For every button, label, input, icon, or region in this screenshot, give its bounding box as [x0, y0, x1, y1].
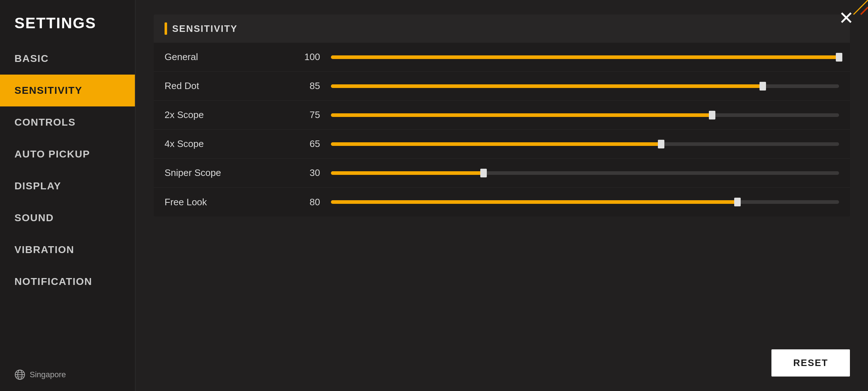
slider-track-reddot[interactable] — [331, 84, 839, 88]
sidebar-item-auto-pickup[interactable]: AUTO PICKUP — [0, 138, 135, 170]
slider-fill-general — [331, 55, 839, 59]
sidebar-item-notification[interactable]: NOTIFICATION — [0, 266, 135, 298]
slider-row-general: General 100 — [154, 43, 850, 72]
slider-track-2xscope[interactable] — [331, 113, 839, 117]
settings-title: SETTINGS — [0, 0, 135, 43]
globe-icon — [14, 369, 25, 380]
section-accent — [165, 22, 167, 35]
slider-value-freelook: 80 — [291, 197, 320, 208]
sidebar-item-vibration[interactable]: VIBRATION — [0, 234, 135, 266]
section-header: SENSITIVITY — [154, 14, 850, 43]
slider-fill-sniper — [331, 171, 484, 175]
sidebar-item-sensitivity[interactable]: SENSITIVITY — [0, 75, 135, 106]
slider-row-sniper: Sniper Scope 30 — [154, 159, 850, 188]
slider-track-general[interactable] — [331, 55, 839, 59]
slider-label-freelook: Free Look — [165, 197, 291, 208]
slider-label-4xscope: 4x Scope — [165, 138, 291, 150]
slider-fill-freelook — [331, 200, 737, 204]
slider-value-general: 100 — [291, 51, 320, 63]
slider-row-4xscope: 4x Scope 65 — [154, 130, 850, 159]
slider-row-2xscope: 2x Scope 75 — [154, 101, 850, 130]
slider-thumb-general[interactable] — [836, 53, 842, 62]
main-content: ✕ SENSITIVITY General 100 Red Dot 85 — [136, 0, 868, 391]
slider-label-reddot: Red Dot — [165, 80, 291, 92]
region-label: Singapore — [30, 370, 66, 379]
slider-label-2xscope: 2x Scope — [165, 109, 291, 121]
sidebar-item-sound[interactable]: SOUND — [0, 202, 135, 234]
slider-value-sniper: 30 — [291, 167, 320, 178]
slider-track-freelook[interactable] — [331, 200, 839, 204]
close-button[interactable]: ✕ — [835, 7, 857, 29]
slider-row-reddot: Red Dot 85 — [154, 72, 850, 101]
slider-label-sniper: Sniper Scope — [165, 167, 291, 178]
slider-thumb-sniper[interactable] — [480, 169, 487, 177]
sidebar-item-controls[interactable]: CONTROLS — [0, 106, 135, 138]
slider-row-freelook: Free Look 80 — [154, 188, 850, 216]
slider-label-general: General — [165, 51, 291, 63]
reset-button[interactable]: RESET — [771, 349, 850, 377]
sidebar-item-display[interactable]: DISPLAY — [0, 170, 135, 202]
slider-track-sniper[interactable] — [331, 171, 839, 175]
slider-value-reddot: 85 — [291, 80, 320, 92]
slider-fill-2xscope — [331, 113, 712, 117]
slider-thumb-reddot[interactable] — [760, 82, 766, 91]
svg-line-6 — [861, 7, 868, 14]
slider-thumb-freelook[interactable] — [734, 198, 741, 206]
sidebar-item-basic[interactable]: BASIC — [0, 43, 135, 75]
sensitivity-section: SENSITIVITY General 100 Red Dot 85 2x Sc — [154, 14, 850, 216]
slider-value-4xscope: 65 — [291, 138, 320, 150]
sidebar-footer: Singapore — [0, 358, 135, 391]
slider-value-2xscope: 75 — [291, 109, 320, 121]
slider-thumb-4xscope[interactable] — [658, 140, 664, 148]
slider-fill-4xscope — [331, 142, 661, 146]
slider-fill-reddot — [331, 84, 763, 88]
section-title: SENSITIVITY — [172, 23, 238, 34]
slider-track-4xscope[interactable] — [331, 142, 839, 146]
sidebar: SETTINGS BASIC SENSITIVITY CONTROLS AUTO… — [0, 0, 136, 391]
slider-thumb-2xscope[interactable] — [709, 111, 715, 119]
